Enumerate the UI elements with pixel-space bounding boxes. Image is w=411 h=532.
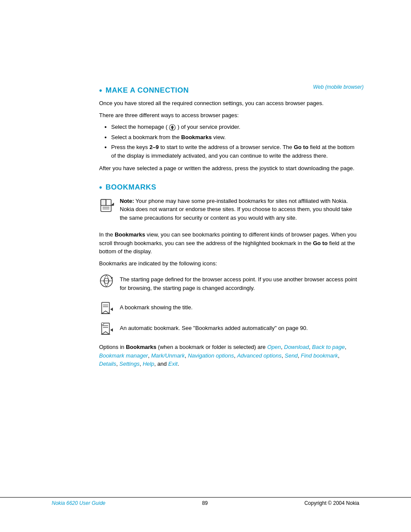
options-paragraph: Options in Bookmarks (when a bookmark or… (99, 343, 359, 368)
section-body-make-connection: Once you have stored all the required co… (99, 99, 359, 173)
footer-right: Copyright © 2004 Nokia (304, 500, 359, 506)
svg-text:A: A (102, 324, 103, 326)
mc-bullet-2: Select a bookmark from the Bookmarks vie… (111, 133, 359, 142)
option-bookmark-manager[interactable]: Bookmark manager (99, 352, 148, 359)
option-back-to-page[interactable]: Back to page (312, 344, 345, 350)
option-advanced-options[interactable]: Advanced options (237, 352, 281, 359)
note-body: Your phone may have some pre-installed b… (120, 198, 352, 221)
content-area: • MAKE A CONNECTION Once you have stored… (0, 0, 411, 413)
option-mark-unmark[interactable]: Mark/Unmark (151, 352, 185, 359)
option-details[interactable]: Details (99, 361, 116, 367)
section-bookmarks: • BOOKMARKS Note: Your (99, 183, 359, 368)
bookmark-icon-row-1: The starting page defined for the browse… (99, 274, 359, 296)
option-exit[interactable]: Exit (168, 361, 177, 367)
auto-bookmark-desc: An automatic bookmark. See "Bookmarks ad… (120, 322, 308, 333)
note-text: Note: Your phone may have some pre-insta… (120, 197, 359, 222)
mc-bullet-list: Select the homepage ( ) of your service … (99, 123, 359, 160)
page-container: Web (mobile browser) • MAKE A CONNECTION… (0, 0, 411, 532)
bk-para1: In the Bookmarks view, you can see bookm… (99, 230, 359, 256)
section-title-bookmarks: BOOKMARKS (106, 183, 156, 192)
footer-center: 89 (202, 500, 208, 506)
footer: Nokia 6620 User Guide 89 Copyright © 200… (0, 497, 411, 506)
option-download[interactable]: Download (284, 344, 309, 350)
svg-marker-15 (110, 308, 113, 311)
bookmark-icon-row-3: A An automatic bookmark. See "Bookmarks … (99, 322, 359, 337)
section-make-connection: • MAKE A CONNECTION Once you have stored… (99, 86, 359, 173)
note-label: Note: (120, 198, 134, 204)
note-box: Note: Your phone may have some pre-insta… (99, 197, 359, 226)
mc-para2: There are three different ways to access… (99, 111, 359, 120)
footer-left: Nokia 6620 User Guide (52, 500, 106, 506)
mc-bullet-3: Press the keys 2–9 to start to write the… (111, 143, 359, 160)
option-open[interactable]: Open (267, 344, 281, 350)
starting-page-desc: The starting page defined for the browse… (120, 274, 359, 292)
section-title-make-connection: MAKE A CONNECTION (106, 86, 189, 95)
note-icon (99, 198, 115, 213)
option-navigation-options[interactable]: Navigation options (188, 352, 234, 359)
bullet-dot-1: • (99, 86, 102, 95)
bookmark-title-desc: A bookmark showing the title. (120, 302, 193, 312)
auto-bookmark-icon: A (99, 322, 114, 337)
mc-para3: After you have selected a page or writte… (99, 164, 359, 173)
section-header-bookmarks: • BOOKMARKS (99, 183, 359, 192)
svg-rect-3 (101, 199, 106, 205)
svg-marker-6 (111, 203, 114, 205)
bookmark-title-icon (99, 302, 114, 316)
section-body-bookmarks: Note: Your phone may have some pre-insta… (99, 197, 359, 368)
homepage-icon (169, 124, 176, 131)
mc-para1: Once you have stored all the required co… (99, 99, 359, 108)
svg-marker-17 (102, 332, 109, 334)
svg-marker-12 (102, 311, 109, 314)
mc-bullet-1: Select the homepage ( ) of your service … (111, 123, 359, 131)
top-label: Web (mobile browser) (313, 84, 364, 90)
svg-rect-11 (102, 302, 109, 314)
option-send[interactable]: Send (285, 352, 298, 359)
bk-para2: Bookmarks are indicated by the following… (99, 259, 359, 268)
bullet-dot-2: • (99, 183, 102, 192)
bookmark-icon-row-2: A bookmark showing the title. (99, 302, 359, 316)
option-find-bookmark[interactable]: Find bookmark (301, 352, 338, 359)
svg-marker-20 (110, 328, 113, 332)
option-help[interactable]: Help (143, 361, 154, 367)
option-settings[interactable]: Settings (119, 361, 140, 367)
starting-page-icon (99, 274, 114, 288)
